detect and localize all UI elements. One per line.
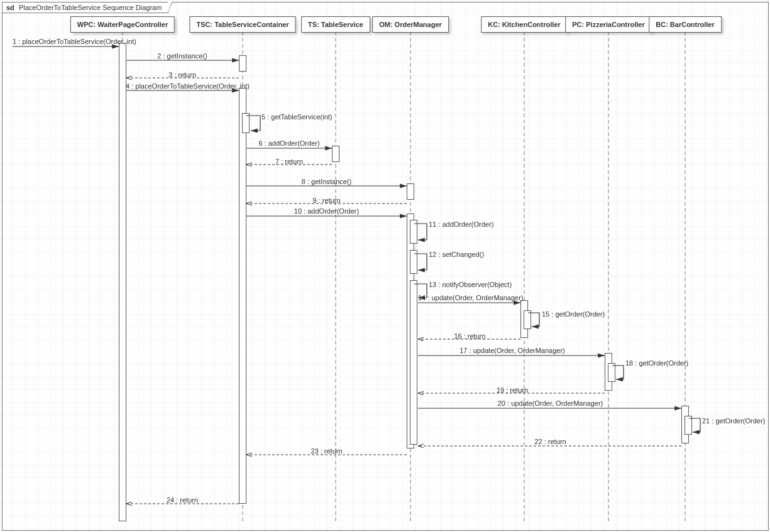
label-m24: 24 : return <box>126 496 239 504</box>
label-m11: 11 : addOrder(Order) <box>429 220 493 228</box>
frame-label: sd PlaceOrderToTableService Sequence Dia… <box>3 3 168 13</box>
label-m4: 4 : placeOrderToTableService(Order, int) <box>126 82 239 90</box>
label-m20: 20 : update(Order, OrderManager) <box>418 399 683 407</box>
activation-wpc <box>119 43 126 521</box>
label-m19: 19 : return <box>418 386 607 394</box>
activation-tsc-2 <box>239 88 246 504</box>
label-m2: 2 : getInstance() <box>126 52 239 60</box>
activation-bc-self <box>685 416 692 435</box>
label-m3: 3 : return <box>126 71 239 79</box>
activation-om-self11 <box>410 220 417 244</box>
activation-tsc-1 <box>239 55 246 72</box>
label-m12: 12 : setChanged() <box>429 251 484 258</box>
frame-title: PlaceOrderToTableService Sequence Diagra… <box>19 4 162 11</box>
label-m1: 1 : placeOrderToTableService(Order, int) <box>13 38 116 45</box>
head-bc: BC: BarController <box>649 16 722 33</box>
lifeline-pc <box>608 31 609 521</box>
head-wpc: WPC: WaiterPageController <box>70 16 175 33</box>
label-m15: 15 : getOrder(Order) <box>542 310 605 318</box>
label-m8: 8 : getInstance() <box>246 178 407 185</box>
head-om: OM: OrderManager <box>372 16 449 33</box>
label-m14: 14 : update(Order, OrderManager) <box>418 294 522 301</box>
label-m16: 16 : return <box>418 332 522 340</box>
lifeline-kc <box>524 31 525 521</box>
activation-kc-self <box>524 310 531 329</box>
label-m7: 7 : return <box>246 158 332 165</box>
activation-om-1 <box>407 183 414 200</box>
label-m13: 13 : notifyObserver(Object) <box>429 281 512 288</box>
frame-kind: sd <box>6 4 14 11</box>
head-ts: TS: TableService <box>301 16 370 33</box>
label-m17: 17 : update(Order, OrderManager) <box>418 347 607 354</box>
label-m22: 22 : return <box>418 438 683 445</box>
lifeline-bc <box>685 31 686 521</box>
label-m18: 18 : getOrder(Order) <box>625 359 688 367</box>
activation-pc-self <box>608 363 615 382</box>
label-m21: 21 : getOrder(Order) <box>702 417 765 425</box>
label-m5: 5 : getTableService(int) <box>261 113 333 121</box>
activation-om-self12 <box>410 250 417 274</box>
activation-ts <box>332 146 339 162</box>
head-tsc: TSC: TableServiceContainer <box>189 16 295 33</box>
label-m6: 6 : addOrder(Order) <box>246 139 332 147</box>
head-pc: PC: PizzeriaController <box>565 16 652 33</box>
label-m10: 10 : addOrder(Order) <box>246 207 407 215</box>
label-m23: 23 : return <box>246 447 407 455</box>
activation-tsc-self <box>242 113 250 133</box>
activation-om-self13 <box>410 280 417 445</box>
label-m9: 9 : return <box>246 197 407 204</box>
head-kc: KC: KitchenController <box>481 16 568 33</box>
